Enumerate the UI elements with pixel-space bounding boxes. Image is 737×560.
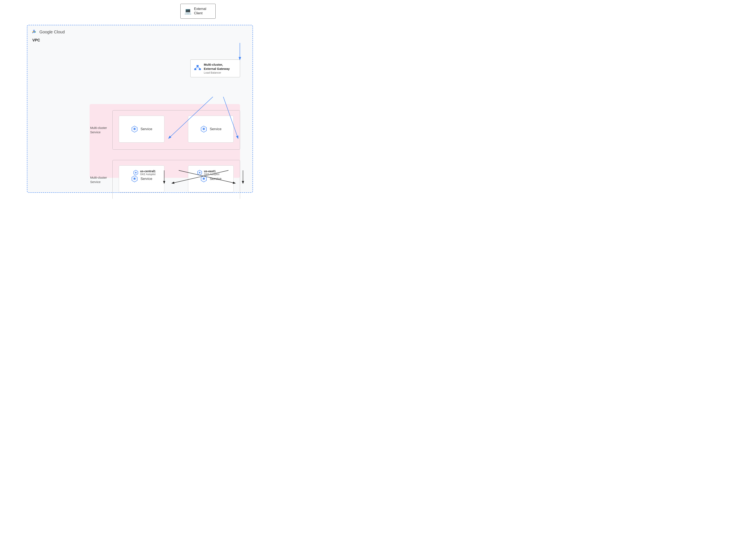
clusters-area: Multi-cluster Service Service bbox=[90, 104, 240, 178]
svg-point-11 bbox=[134, 128, 135, 130]
mcs-label-top: Multi-cluster Service bbox=[90, 126, 111, 134]
service-label-bottom-right: Service bbox=[210, 177, 222, 181]
google-cloud-text: Google Cloud bbox=[39, 30, 65, 34]
service-label-bottom-left: Service bbox=[141, 177, 152, 181]
vpc-box: Google Cloud VPC Multi-cluster, External… bbox=[27, 25, 253, 193]
svg-point-2 bbox=[33, 30, 34, 31]
service-icon-bottom-left bbox=[131, 175, 138, 182]
google-cloud-logo: Google Cloud bbox=[30, 28, 65, 36]
gke-labels: us-central1 GKE Autopilot us-east1 GKE A… bbox=[112, 170, 240, 176]
mcs-label-bottom: Multi-cluster Service bbox=[90, 175, 111, 184]
service-icon-bottom-right bbox=[200, 175, 207, 182]
mcs-row-bottom: Multi-cluster Service Service bbox=[112, 160, 240, 199]
svg-line-7 bbox=[198, 67, 200, 68]
external-client-label: External Client bbox=[194, 7, 206, 16]
gateway-text: Multi-cluster, External Gateway Load Bal… bbox=[204, 63, 230, 74]
svg-point-23 bbox=[135, 172, 136, 173]
external-client-box: 💻 External Client bbox=[180, 4, 216, 19]
gateway-title: Multi-cluster, External Gateway bbox=[204, 63, 230, 71]
gke-label-right: us-east1 GKE Autopilot bbox=[197, 170, 220, 176]
gke-text-left: us-central1 GKE Autopilot bbox=[140, 170, 156, 176]
mcs-row-top: Multi-cluster Service Service bbox=[112, 110, 240, 150]
region-name-right: us-east1 bbox=[204, 170, 220, 173]
gke-type-right: GKE Autopilot bbox=[204, 173, 220, 176]
google-cloud-icon bbox=[30, 28, 38, 36]
svg-point-26 bbox=[199, 172, 200, 173]
service-label-top-left: Service bbox=[141, 127, 152, 131]
service-icon-top-right bbox=[200, 126, 207, 133]
gke-label-left: us-central1 GKE Autopilot bbox=[133, 170, 156, 176]
vpc-label: VPC bbox=[32, 38, 40, 42]
svg-point-14 bbox=[203, 128, 205, 130]
region-name-left: us-central1 bbox=[140, 170, 156, 173]
svg-rect-3 bbox=[197, 65, 199, 67]
gateway-box: Multi-cluster, External Gateway Load Bal… bbox=[190, 59, 240, 77]
service-box-top-left: Service bbox=[119, 116, 164, 143]
gke-icon-right bbox=[197, 170, 202, 175]
gke-type-left: GKE Autopilot bbox=[140, 173, 156, 176]
laptop-icon: 💻 bbox=[184, 8, 192, 15]
gateway-icon bbox=[194, 65, 201, 72]
gateway-subtitle: Load Balancer bbox=[204, 71, 230, 74]
svg-point-17 bbox=[134, 178, 135, 179]
gke-text-right: us-east1 GKE Autopilot bbox=[204, 170, 220, 176]
gke-icon-left bbox=[133, 170, 138, 175]
svg-rect-4 bbox=[194, 68, 196, 70]
service-icon-top-left bbox=[131, 126, 138, 133]
service-box-top-right: Service bbox=[188, 116, 234, 143]
service-label-top-right: Service bbox=[210, 127, 222, 131]
svg-point-20 bbox=[203, 178, 205, 179]
svg-rect-5 bbox=[199, 68, 201, 70]
svg-line-6 bbox=[195, 67, 198, 68]
diagram-container: 💻 External Client bbox=[0, 0, 261, 199]
